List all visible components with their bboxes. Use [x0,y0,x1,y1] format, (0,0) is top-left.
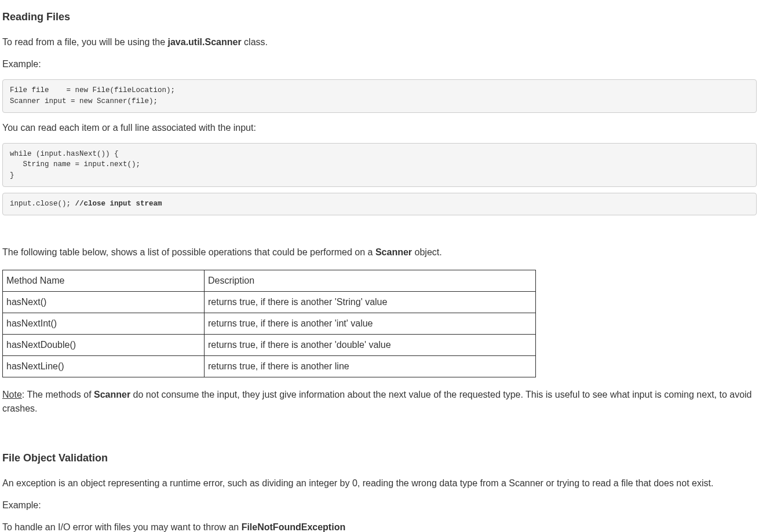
heading-reading-files: Reading Files [2,9,757,25]
intro-bold-classname: java.util.Scanner [167,37,241,47]
table-cell-method: hasNextDouble() [3,334,205,355]
table-cell-desc: returns true, if there is another 'int' … [205,313,536,334]
table-cell-method: hasNextInt() [3,313,205,334]
note-bold: Scanner [94,390,130,399]
table-intro-pre: The following table below, shows a list … [2,247,375,257]
table-row: hasNextDouble() returns true, if there i… [3,334,536,355]
table-cell-method: hasNextLine() [3,355,205,377]
intro-pre: To read from a file, you will be using t… [2,37,167,47]
table-cell-method: hasNext() [3,291,205,313]
exception-intro: An exception is an object representing a… [2,476,757,490]
example-label-2: Example: [2,498,757,512]
table-intro-bold: Scanner [375,247,412,257]
code3-bold-comment: //close input stream [75,200,162,208]
table-header-row: Method Name Description [3,270,536,291]
table-header-desc: Description [205,270,536,291]
table-header-method: Method Name [3,270,205,291]
code-block-2: while (input.hasNext()) { String name = … [2,143,757,187]
handle-bold: FileNotFoundException [242,522,346,532]
example-label: Example: [2,57,757,71]
handle-text: To handle an I/O error with files you ma… [2,520,757,533]
table-row: hasNextLine() returns true, if there is … [3,355,536,377]
note-label: Note [2,390,22,399]
spacer [2,221,757,237]
code-block-3: input.close(); //close input stream [2,193,757,215]
note-paragraph: Note: The methods of Scanner do not cons… [2,388,757,416]
table-row: hasNextInt() returns true, if there is a… [3,313,536,334]
table-cell-desc: returns true, if there is another line [205,355,536,377]
handle-pre: To handle an I/O error with files you ma… [2,522,242,532]
code3-pre: input.close(); [10,200,75,208]
mid-text: You can read each item or a full line as… [2,121,757,135]
intro-post: class. [242,37,268,47]
scanner-methods-table: Method Name Description hasNext() return… [2,270,536,377]
heading-file-object-validation: File Object Validation [2,450,757,466]
table-cell-desc: returns true, if there is another 'doubl… [205,334,536,355]
code-block-1: File file = new File(fileLocation); Scan… [2,79,757,113]
table-intro-post: object. [412,247,442,257]
table-row: hasNext() returns true, if there is anot… [3,291,536,313]
table-cell-desc: returns true, if there is another 'Strin… [205,291,536,313]
note-pre: : The methods of [22,390,94,399]
intro-paragraph: To read from a file, you will be using t… [2,35,757,49]
table-intro-paragraph: The following table below, shows a list … [2,245,757,259]
